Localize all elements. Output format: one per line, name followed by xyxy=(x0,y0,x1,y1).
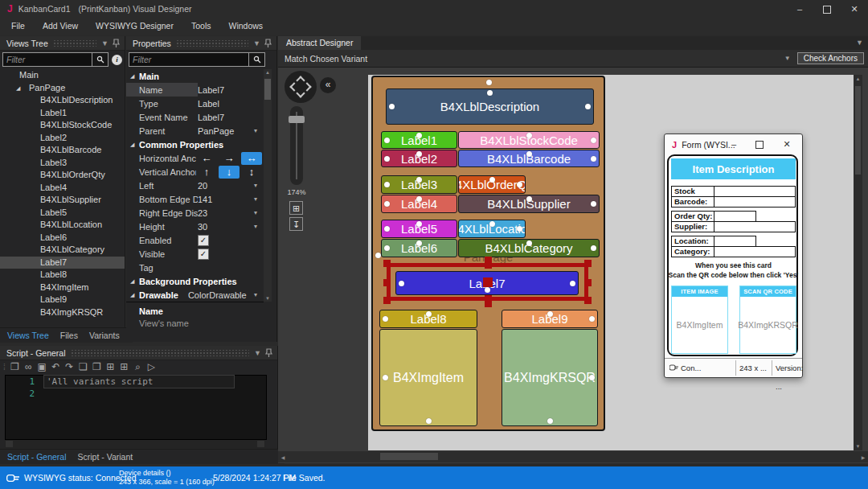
view-b4ximgitem[interactable]: B4XImgItem xyxy=(379,329,477,426)
tree-item-label1[interactable]: Label1 xyxy=(0,107,125,120)
preview-close-button[interactable]: ✕ xyxy=(779,134,795,154)
menu-add-view[interactable]: Add View xyxy=(34,18,87,35)
tree-item-b4xlblcategory[interactable]: B4XLblCategory xyxy=(0,244,125,257)
menu-wysiwyg-designer[interactable]: WYSIWYG Designer xyxy=(87,18,182,35)
selection-handle[interactable] xyxy=(584,297,592,304)
menu-windows[interactable]: Windows xyxy=(219,18,272,35)
close-button[interactable]: ✕ xyxy=(841,0,868,18)
check-anchors-button[interactable]: Check Anchors xyxy=(797,52,864,64)
field-input-stock-code[interactable] xyxy=(714,186,796,197)
tree-item-main[interactable]: Main xyxy=(0,69,125,82)
convert-left-icon[interactable]: ⊞ xyxy=(104,361,117,372)
collapse-panel-button[interactable]: « xyxy=(320,77,336,93)
selection-handle[interactable] xyxy=(485,295,492,307)
field-input-order-qty[interactable] xyxy=(714,211,756,222)
selection-handle[interactable] xyxy=(383,297,391,304)
prop-value-type[interactable]: Label xyxy=(198,99,264,109)
pan-navigation-pad[interactable] xyxy=(285,71,317,103)
scrollbar-thumb[interactable] xyxy=(855,86,861,175)
code-line-1[interactable]: 1'All variants script xyxy=(6,376,266,388)
tab-variants[interactable]: Variants xyxy=(89,331,120,340)
zoom-script-icon[interactable]: ⌕ xyxy=(131,361,145,372)
tree-item-panpage[interactable]: ◢PanPage xyxy=(0,82,125,95)
expand-arrow-icon[interactable]: ◢ xyxy=(130,278,134,285)
selection-handle[interactable] xyxy=(584,279,592,286)
expand-arrow-icon[interactable]: ◢ xyxy=(16,82,20,95)
pan-right-icon[interactable] xyxy=(302,82,311,91)
chevron-down-icon[interactable]: ▼ xyxy=(101,39,108,47)
tree-item-b4xlbllocation[interactable]: B4XLblLocation xyxy=(0,219,125,232)
chevron-down-icon[interactable]: ▾ xyxy=(254,195,257,203)
anchor-bottom-button[interactable]: ↓ xyxy=(219,166,240,179)
code-line-2[interactable]: 2 xyxy=(6,388,266,400)
menu-tools[interactable]: Tools xyxy=(182,18,220,35)
tree-item-b4xlbldescription[interactable]: B4XLblDescription xyxy=(0,94,125,107)
import-script-icon[interactable]: ❏ xyxy=(76,361,90,372)
selection-handle[interactable] xyxy=(383,260,391,267)
pan-left-icon[interactable] xyxy=(289,82,298,91)
views-filter-input[interactable] xyxy=(2,52,92,67)
copy-icon[interactable]: ❐ xyxy=(8,361,22,372)
tab-abstract-designer[interactable]: Abstract Designer xyxy=(278,36,361,50)
chevron-down-icon[interactable]: ▾ xyxy=(254,127,257,134)
chevron-down-icon[interactable]: ▾ xyxy=(254,209,257,216)
selection-handle[interactable] xyxy=(383,279,391,286)
tab-files[interactable]: Files xyxy=(60,331,78,340)
run-script-icon[interactable]: ▷ xyxy=(145,361,158,372)
chevron-down-icon[interactable]: ▾ xyxy=(254,182,257,189)
chevron-down-icon[interactable]: ▾ xyxy=(254,291,257,298)
chevron-down-icon[interactable]: ▼ xyxy=(856,36,863,50)
selection-handle[interactable] xyxy=(483,277,493,287)
properties-scrollbar[interactable]: ▲ ▼ xyxy=(264,69,272,302)
tab-script-variant[interactable]: Script - Variant xyxy=(78,452,133,462)
scrollbar-thumb[interactable] xyxy=(264,79,271,100)
fit-to-screen-button[interactable]: ⊞ xyxy=(289,201,303,215)
chevron-down-icon[interactable]: ▼ xyxy=(253,39,260,47)
field-input-supplier[interactable] xyxy=(714,221,796,232)
tree-item-label2[interactable]: Label2 xyxy=(0,132,125,145)
prop-value-drawable[interactable]: ColorDrawable xyxy=(188,290,264,300)
field-input-category[interactable] xyxy=(714,246,796,257)
tree-item-b4ximgkrsqr[interactable]: B4XImgKRSQR xyxy=(0,306,125,319)
tree-item-label6[interactable]: Label6 xyxy=(0,232,125,244)
anchor-left-button[interactable]: ← xyxy=(196,152,217,165)
preview-maximize-button[interactable] xyxy=(751,134,768,154)
tree-item-label5[interactable]: Label5 xyxy=(0,207,125,220)
checkbox-visible[interactable]: ✓ xyxy=(198,249,209,260)
field-input-location[interactable] xyxy=(714,236,756,247)
anchor-both-v-button[interactable]: ↕ xyxy=(241,166,262,179)
tree-item-b4xlblbarcode[interactable]: B4XLblBarcode xyxy=(0,144,125,157)
views-search-button[interactable] xyxy=(92,52,108,67)
designer-h-scrollbar[interactable]: ◀ ▶ xyxy=(278,451,868,462)
script-editor[interactable]: 1'All variants script2 xyxy=(5,375,267,440)
prop-value-name[interactable]: Label7 xyxy=(198,85,264,95)
expand-arrow-icon[interactable]: ◢ xyxy=(130,142,134,148)
tree-item-b4xlblorderqty[interactable]: B4XLblOrderQty xyxy=(0,169,125,182)
lock-icon[interactable]: ▣ xyxy=(35,361,49,372)
tree-item-label8[interactable]: Label8 xyxy=(0,269,125,281)
tree-item-label7[interactable]: Label7 xyxy=(0,257,125,269)
prop-value-event-name[interactable]: Label7 xyxy=(198,113,264,122)
undo-icon[interactable]: ↶ xyxy=(49,361,63,372)
pin-icon[interactable] xyxy=(113,39,120,47)
tree-item-label4[interactable]: Label4 xyxy=(0,182,125,195)
checkbox-enabled[interactable]: ✓ xyxy=(198,235,209,246)
pan-down-icon[interactable] xyxy=(296,88,305,97)
preview-minimize-button[interactable]: – xyxy=(726,134,742,154)
chevron-down-icon[interactable]: ▼ xyxy=(254,349,261,357)
pin-icon[interactable] xyxy=(264,39,272,47)
restore-button[interactable] xyxy=(813,0,841,18)
find-icon[interactable]: ∞ xyxy=(22,361,35,372)
export-script-icon[interactable]: ❐ xyxy=(90,361,104,372)
expand-arrow-icon[interactable]: ◢ xyxy=(130,73,134,80)
tree-item-b4ximgitem[interactable]: B4XImgItem xyxy=(0,281,125,294)
field-input-barcode[interactable] xyxy=(714,196,796,208)
tree-item-b4xlblstockcode[interactable]: B4XLblStockCode xyxy=(0,119,125,132)
expand-arrow-icon[interactable]: ◢ xyxy=(130,292,134,298)
zoom-slider[interactable] xyxy=(290,106,303,185)
chevron-down-icon[interactable]: ▾ xyxy=(254,223,257,230)
tree-item-b4xlblsupplier[interactable]: B4XLblSupplier xyxy=(0,194,125,207)
redo-icon[interactable]: ↷ xyxy=(63,361,76,372)
tab-views-tree[interactable]: Views Tree xyxy=(7,331,49,340)
selection-handle[interactable] xyxy=(485,257,492,269)
